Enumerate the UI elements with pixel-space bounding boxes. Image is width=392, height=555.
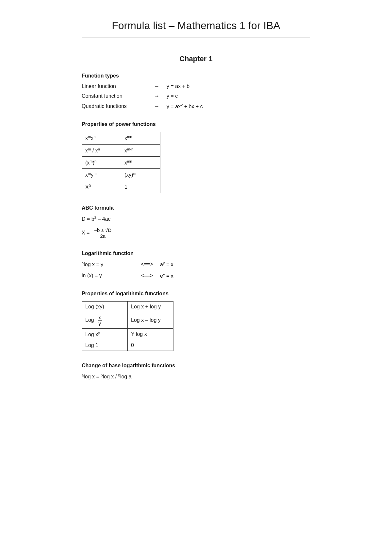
linear-formula: y = ax + b [167, 83, 189, 89]
table-row: Log (xy) Log x + log y [82, 301, 173, 312]
log-lhs-1: alog x = y [82, 261, 134, 268]
fraction-denominator: 2a [99, 233, 106, 239]
power-functions-table: xmxn xmn xm / xn xm-n (xm)n xmn xmym (xy… [82, 132, 160, 193]
table-row: Log x y Log x – log y [82, 312, 173, 328]
power-functions-section: Properties of power functions xmxn xmn x… [82, 121, 310, 193]
function-types-section: Function types Linear function → y = ax … [82, 73, 310, 110]
x-fraction: −b ± √D 2a [93, 227, 112, 239]
constant-arrow: → [147, 93, 167, 99]
log-arrow-2: <==> [134, 273, 160, 279]
log-properties-section: Properties of logarithmic functions Log … [82, 291, 310, 351]
function-types-heading: Function types [82, 73, 310, 79]
log-properties-heading: Properties of logarithmic functions [82, 291, 310, 297]
linear-function-row: Linear function → y = ax + b [82, 83, 310, 89]
table-cell: (xm)n [82, 156, 121, 168]
change-base-heading: Change of base logarithmic functions [82, 363, 310, 369]
discriminant-formula: D = b2 – 4ac [82, 216, 310, 222]
abc-formula-section: ABC formula D = b2 – 4ac X = −b ± √D 2a [82, 205, 310, 239]
linear-arrow: → [147, 83, 167, 89]
log-fraction: x y [98, 315, 102, 326]
fraction-numerator: −b ± √D [93, 227, 112, 233]
change-base-formula: alog x = blog x / blog a [82, 373, 310, 380]
log-properties-table: Log (xy) Log x + log y Log x y Log x – l… [82, 301, 173, 351]
chapter-title: Chapter 1 [82, 55, 310, 63]
table-cell: xmn [121, 132, 160, 144]
table-cell: Log 1 [82, 340, 128, 351]
table-row: xm / xn xm-n [82, 144, 160, 156]
constant-function-name: Constant function [82, 93, 147, 99]
linear-function-name: Linear function [82, 83, 147, 89]
table-cell: Log x – log y [128, 312, 173, 328]
table-cell: Log x y [82, 312, 128, 328]
table-cell: Log xy [82, 328, 128, 340]
quadratic-arrow: → [147, 103, 167, 109]
log-rhs-2: ey = x [160, 272, 173, 279]
log-equiv-row-2: ln (x) = y <==> ey = x [82, 272, 310, 279]
table-cell: Log x + log y [128, 301, 173, 312]
quadratic-function-row: Quadratic functions → y = ax2 + bx + c [82, 103, 310, 110]
table-cell: 1 [121, 181, 160, 193]
page-title: Formula list – Mathematics 1 for IBA [82, 20, 310, 38]
table-cell: xmxn [82, 132, 121, 144]
table-cell: xmn [121, 156, 160, 168]
abc-formula-heading: ABC formula [82, 205, 310, 211]
table-cell: Log (xy) [82, 301, 128, 312]
table-row: xmym (xy)m [82, 169, 160, 181]
table-cell: 0 [128, 340, 173, 351]
table-row: Log xy Y log x [82, 328, 173, 340]
table-row: Log 1 0 [82, 340, 173, 351]
logarithmic-function-heading: Logarithmic function [82, 251, 310, 256]
change-base-section: Change of base logarithmic functions alo… [82, 363, 310, 380]
table-row: X0 1 [82, 181, 160, 193]
logarithmic-function-section: Logarithmic function alog x = y <==> ay … [82, 251, 310, 279]
log-equiv-row-1: alog x = y <==> ay = x [82, 261, 310, 268]
fraction-numerator: x [98, 315, 102, 321]
log-arrow-1: <==> [134, 261, 160, 267]
table-cell: (xy)m [121, 169, 160, 181]
table-cell: xm-n [121, 144, 160, 156]
table-row: (xm)n xmn [82, 156, 160, 168]
log-lhs-2: ln (x) = y [82, 273, 134, 279]
power-functions-heading: Properties of power functions [82, 121, 310, 127]
constant-formula: y = c [167, 93, 178, 99]
quadratic-formula: y = ax2 + bx + c [167, 103, 203, 110]
log-rhs-1: ay = x [160, 261, 173, 268]
x-formula: X = −b ± √D 2a [82, 227, 310, 239]
table-cell: Y log x [128, 328, 173, 340]
table-cell: xm / xn [82, 144, 121, 156]
quadratic-function-name: Quadratic functions [82, 103, 147, 109]
constant-function-row: Constant function → y = c [82, 93, 310, 99]
table-cell: X0 [82, 181, 121, 193]
table-cell: xmym [82, 169, 121, 181]
table-row: xmxn xmn [82, 132, 160, 144]
fraction-denominator: y [98, 321, 102, 326]
